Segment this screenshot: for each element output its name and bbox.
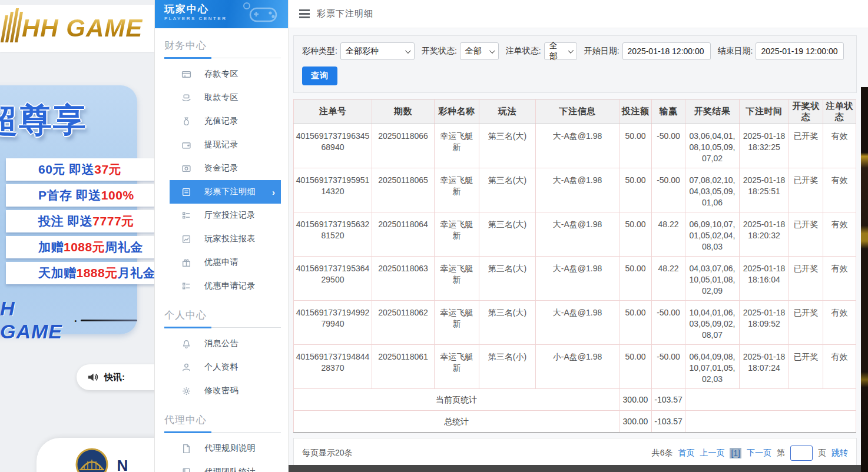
cell-play: 第三名(大) [479, 301, 536, 345]
page-title: 彩票下注明细 [317, 8, 373, 19]
cell-draw-status: 已开奖 [789, 345, 823, 389]
prev-page-link[interactable]: 上一页 [700, 448, 724, 458]
draw-status-select[interactable]: 全部 [460, 42, 499, 60]
section-divider [164, 431, 281, 433]
summary-empty [685, 389, 856, 411]
section-divider [164, 57, 281, 59]
jump-action-link[interactable]: 跳转 [831, 448, 848, 458]
cell-order-status: 有效 [823, 257, 856, 301]
cell-time: 2025-01-18 18:16:04 [740, 257, 789, 301]
jump-page-input[interactable] [790, 446, 813, 461]
cell-winloss: 48.22 [652, 212, 685, 257]
cell-amount: 50.00 [619, 345, 652, 389]
cell-period: 20250118063 [372, 257, 435, 301]
news-ticker[interactable]: 快讯: [77, 364, 154, 390]
book-icon [181, 467, 191, 472]
cell-play: 第三名(大) [479, 168, 536, 212]
promo-banner[interactable]: 超尊享 60元 即送37元P首存 即送100%投注 即送7777元加赠1088元… [0, 85, 137, 334]
cell-lottery: 幸运飞艇新 [435, 345, 479, 389]
sidebar-item-label: 优惠申请 [204, 257, 238, 268]
first-page-link[interactable]: 首页 [678, 448, 694, 458]
summary-label: 当前页统计 [294, 389, 619, 411]
coins-icon [181, 164, 191, 174]
sidebar-item-label: 玩家投注报表 [204, 234, 256, 244]
column-header: 注单状态 [823, 99, 856, 124]
sidebar-item[interactable]: 修改密码 [170, 379, 281, 403]
brand-logo-bars-icon [1, 8, 24, 42]
current-page-indicator: [1] [730, 448, 741, 458]
promo-column: HH GAME 超尊享 60元 即送37元P首存 即送100%投注 即送7777… [0, 0, 154, 472]
sidebar-item-active[interactable]: 彩票下注明细› [170, 180, 281, 204]
summary-row: 当前页统计300.00-103.57 [294, 389, 856, 411]
promo-pill: 60元 即送37元 [6, 158, 154, 181]
news-ticker-label: 快讯: [104, 372, 125, 383]
cell-bet-info: 大-A盘@1.98 [536, 301, 619, 345]
column-header: 开奖结果 [685, 99, 740, 124]
cell-play: 第三名(大) [479, 212, 536, 257]
sidebar-item[interactable]: 优惠申请记录 [170, 274, 281, 298]
sidebar-item[interactable]: 取款专区 [170, 86, 281, 109]
sidebar-item[interactable]: 厅室投注记录 [170, 204, 281, 227]
cell-order-no: 401569173719499279940 [294, 301, 372, 345]
cell-period: 20250118062 [372, 301, 435, 345]
page-icon [181, 444, 191, 454]
sidebar-item-label: 提现记录 [204, 139, 238, 150]
gift-icon [181, 258, 191, 268]
cell-period: 20250118066 [372, 124, 435, 168]
table-row: 40156917371948442837020250118061幸运飞艇新第三名… [294, 345, 856, 389]
sidebar-item[interactable]: 代理规则说明 [170, 437, 281, 460]
chevron-down-icon [489, 48, 495, 54]
cell-bet-info: 大-A盘@1.98 [536, 212, 619, 257]
sidebar-item[interactable]: 玩家投注报表 [170, 227, 281, 251]
end-date-label: 结束日期: [718, 46, 753, 56]
table-row: 40156917371956328152020250118064幸运飞艇新第三名… [294, 212, 856, 257]
page-size-text: 每页显示20条 [302, 448, 353, 458]
cell-lottery: 幸运飞艇新 [435, 301, 479, 345]
cell-winloss: -50.00 [652, 168, 685, 212]
sidebar-item-label: 彩票下注明细 [204, 187, 256, 197]
cell-result: 04,03,07,06,10,05,01,08,02,09 [685, 257, 740, 301]
hand-icon [181, 93, 191, 103]
cell-lottery: 幸运飞艇新 [435, 124, 479, 168]
summary-row: 总统计300.00-103.57 [294, 411, 856, 433]
table-header-row: 注单号期数彩种名称玩法下注信息投注额输赢开奖结果下注时间开奖状态注单状态 [294, 99, 856, 124]
order-status-select[interactable]: 全部 [544, 42, 577, 60]
sidebar-item[interactable]: 存款专区 [170, 62, 281, 86]
cell-draw-status: 已开奖 [789, 168, 823, 212]
sidebar-item[interactable]: 消息公告 [170, 332, 281, 355]
start-date-input[interactable] [622, 42, 711, 60]
sidebar-section-title: 代理中心 [155, 403, 288, 431]
sidebar: 玩家中心 PLAYERS CENTER 财务中心存款专区取款专区充值记录提现记录… [154, 0, 289, 472]
summary-winloss: -103.57 [652, 389, 685, 411]
brand-logo[interactable]: HH GAME [0, 5, 154, 52]
list-icon [181, 211, 191, 221]
sidebar-item[interactable]: 资金记录 [170, 157, 281, 180]
cell-result: 03,06,04,01,08,10,05,09,07,02 [685, 124, 740, 168]
sidebar-item[interactable]: 优惠申请 [170, 251, 281, 274]
promo-pill: 天加赠1888元月礼金 [6, 262, 154, 284]
cell-winloss: -50.00 [652, 301, 685, 345]
column-header: 下注信息 [536, 99, 619, 124]
table-row: 40156917371963456894020250118066幸运飞艇新第三名… [294, 124, 856, 168]
bottom-announcement-card[interactable]: N [37, 438, 154, 472]
cell-winloss: 48.22 [652, 257, 685, 301]
summary-winloss: -103.57 [652, 411, 685, 433]
column-header: 下注时间 [740, 99, 789, 124]
end-date-input[interactable] [756, 42, 844, 60]
footer-strip [289, 465, 868, 472]
lottery-type-select[interactable]: 全部彩种 [340, 42, 415, 60]
search-button[interactable]: 查询 [302, 67, 337, 85]
next-page-link[interactable]: 下一页 [747, 448, 771, 458]
cell-winloss: -50.00 [652, 124, 685, 168]
cell-lottery: 幸运飞艇新 [435, 212, 479, 257]
sidebar-item[interactable]: 个人资料 [170, 355, 281, 379]
hamburger-menu-icon[interactable] [299, 9, 310, 18]
cell-time: 2025-01-18 18:07:24 [740, 345, 789, 389]
cell-bet-info: 大-A盘@1.98 [536, 124, 619, 168]
sidebar-item[interactable]: 代理团队统计 [170, 460, 281, 472]
sidebar-item[interactable]: 提现记录 [170, 133, 281, 157]
cell-order-no: 401569173719595114320 [294, 168, 372, 212]
sidebar-item[interactable]: 充值记录 [170, 109, 281, 133]
column-header: 玩法 [479, 99, 536, 124]
chevron-right-icon: › [272, 187, 275, 197]
